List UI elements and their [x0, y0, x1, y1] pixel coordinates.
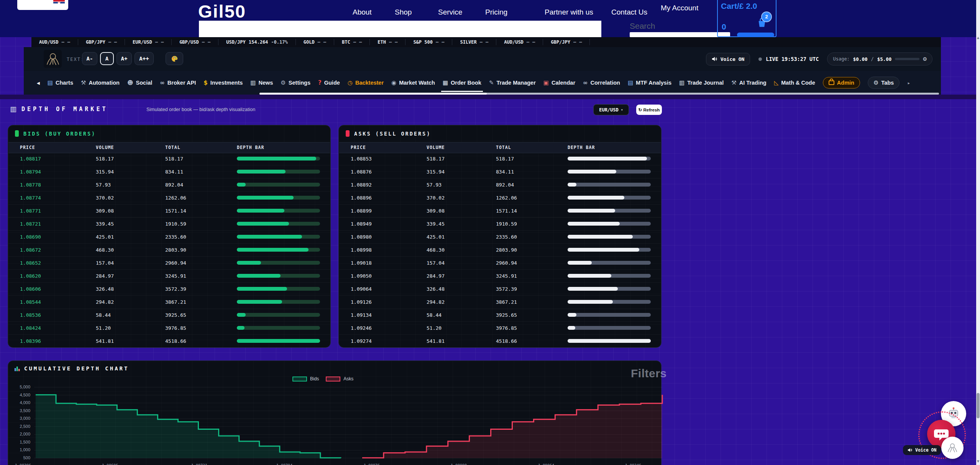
depth-bar-track: [568, 170, 651, 174]
y-tick-label: 2,000: [8, 432, 30, 436]
tab-trade-journal[interactable]: ▥Trade Journal: [679, 79, 724, 86]
mascot-bubble-button[interactable]: [941, 437, 964, 459]
ticker-item[interactable]: AUD/USD—–: [496, 39, 543, 45]
ticker-symbol: GOLD: [304, 39, 315, 45]
tab-calendar[interactable]: ▣Calendar: [543, 79, 575, 86]
depth-bar-fill: [237, 248, 309, 252]
tabs-scroll-right-icon[interactable]: ▸: [907, 80, 910, 86]
search-input[interactable]: [630, 32, 730, 37]
ticker-item[interactable]: ETH—–: [370, 39, 405, 45]
nav-link-contact-us[interactable]: Contact Us: [611, 8, 647, 16]
nav-link-shop[interactable]: Shop: [395, 8, 412, 16]
cell-price: 1.08424: [20, 322, 41, 334]
pair-select[interactable]: EUR/USD ▾: [593, 104, 629, 115]
cell-total: 834.11: [165, 165, 183, 178]
tab-correlation[interactable]: ∞Correlation: [583, 79, 620, 86]
tab-admin[interactable]: Admin: [823, 77, 860, 88]
cart-button[interactable]: Cart/£ 2.0 2 0: [717, 0, 776, 37]
depth-bar-fill: [237, 313, 246, 317]
cell-volume: 425.01: [427, 231, 445, 243]
my-account-link[interactable]: My Account: [661, 2, 705, 14]
nav-link-about[interactable]: About: [353, 8, 372, 16]
tab-backtester[interactable]: ◷Backtester: [348, 79, 384, 86]
ticker-item[interactable]: EUR/USD—–: [125, 39, 172, 45]
link-icon: ∞: [160, 79, 165, 86]
tab-guide[interactable]: ?Guide: [318, 79, 340, 86]
ticker-symbol: S&P 500: [413, 39, 433, 45]
tabs-scroll-left-icon[interactable]: ◀: [37, 80, 40, 86]
cell-total: 518.17: [165, 152, 183, 165]
tab-charts[interactable]: ▤Charts: [48, 79, 73, 86]
refresh-button[interactable]: ↻ Refresh: [636, 105, 662, 115]
depth-bar-fill: [237, 170, 286, 174]
search-placeholder: Search: [630, 21, 655, 31]
cell-price: 1.09134: [351, 309, 372, 321]
tab-order-book[interactable]: ▦Order Book: [443, 79, 481, 86]
usage-label: Usage:: [833, 56, 849, 62]
voice-toggle-button[interactable]: Voice ON: [706, 53, 750, 65]
tab-broker-api[interactable]: ∞Broker API: [160, 79, 196, 86]
legend-swatch: [292, 377, 307, 381]
table-row: 1.0924651.203976.85: [339, 322, 661, 335]
green-square-icon: [15, 130, 19, 137]
nav-link-pricing[interactable]: Pricing: [485, 8, 507, 16]
gear-icon: ⚙: [873, 79, 878, 86]
cell-volume: 294.82: [96, 296, 114, 308]
depth-bar-fill: [237, 300, 282, 304]
x-tick-label: 1.08998: [447, 463, 470, 465]
scrollbar-up-arrow[interactable]: ▲: [976, 36, 980, 39]
cart-action-bar[interactable]: [737, 33, 774, 37]
cell-volume: 339.45: [96, 218, 114, 230]
cell-price: 1.08778: [20, 178, 41, 191]
ticker-price: —: [318, 39, 320, 45]
usage-settings-gear-icon[interactable]: ⚙: [923, 56, 927, 62]
depth-bar-track: [237, 339, 320, 343]
ticker-item[interactable]: GBP/JPY—–: [78, 39, 125, 45]
voice-toggle-floating[interactable]: Voice ON: [903, 445, 941, 455]
column-header-price: PRICE: [20, 145, 35, 150]
uk-flag-icon: [53, 0, 65, 3]
money-bag-icon: $: [204, 79, 207, 86]
ticker-item[interactable]: USD/JPY154.264-0.17%: [218, 39, 296, 45]
tab-tabs[interactable]: ⚙Tabs: [868, 77, 900, 89]
font-size-button-a+[interactable]: A+: [117, 52, 132, 65]
tab-investments[interactable]: $Investments: [204, 79, 243, 86]
ticker-item[interactable]: SILVER—–: [452, 39, 496, 45]
nav-link-partner-with-us[interactable]: Partner with us: [545, 8, 593, 16]
tab-market-watch[interactable]: ◉Market Watch: [391, 79, 435, 86]
tab-ai-trading[interactable]: ⚒AI Trading: [731, 79, 766, 86]
tab-news[interactable]: ▥News: [250, 79, 273, 86]
site-logo[interactable]: Gil50: [198, 1, 246, 22]
ticker-item[interactable]: S&P 500—–: [405, 39, 452, 45]
font-size-button-a[interactable]: A: [100, 52, 114, 65]
x-tick-label: 1.09246: [622, 463, 645, 465]
tab-automation[interactable]: ⚒Automation: [81, 79, 120, 86]
tab-social[interactable]: ☻Social: [127, 79, 152, 86]
theme-palette-button[interactable]: [166, 52, 183, 65]
cell-volume: 468.30: [427, 244, 445, 256]
cell-price: 1.08606: [20, 283, 41, 295]
table-row: 1.08774370.021262.06: [8, 192, 330, 205]
tab-settings[interactable]: ⚙Settings: [281, 79, 310, 86]
tab-mtf-analysis[interactable]: ▤MTF Analysis: [628, 79, 671, 86]
ticker-price: —: [389, 39, 392, 45]
page-scrollbar-thumb[interactable]: [977, 393, 980, 418]
tab-trade-manager[interactable]: ✎Trade Manager: [489, 79, 536, 86]
cell-price: 1.08817: [20, 152, 41, 165]
ticker-item[interactable]: GBP/JPY—–: [543, 39, 590, 45]
main-nav-tabs: ◀▤Charts⚒Automation☻Social∞Broker API$In…: [24, 71, 941, 95]
ticker-item[interactable]: GOLD—–: [296, 39, 334, 45]
ticker-item[interactable]: BTC—–: [334, 39, 370, 45]
nav-link-service[interactable]: Service: [438, 8, 462, 16]
font-size-button-a-[interactable]: A-: [82, 52, 97, 65]
cell-price: 1.08672: [20, 244, 41, 256]
font-size-button-a++[interactable]: A++: [135, 52, 154, 65]
scrollbar-down-arrow[interactable]: ▼: [976, 460, 980, 463]
tab-math-code[interactable]: ◺Math & Code: [774, 79, 815, 86]
tab-label: Guide: [324, 80, 340, 86]
cumulative-depth-chart-card: CUMULATIVE DEPTH CHART BidsAsks 5,0004,5…: [8, 360, 662, 465]
ticker-price: —: [527, 39, 529, 45]
ticker-item[interactable]: AUD/USD—–: [31, 39, 78, 45]
ticker-item[interactable]: GBP/USD—–: [172, 39, 218, 45]
language-selector[interactable]: [17, 0, 68, 10]
